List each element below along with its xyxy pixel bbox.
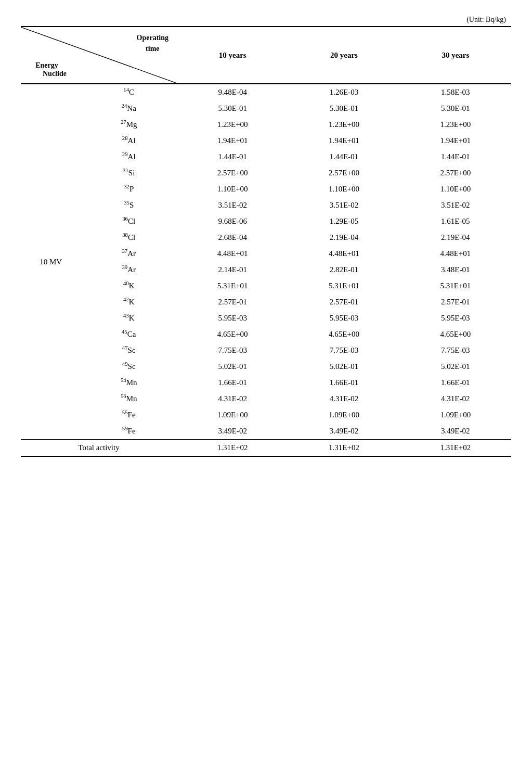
unit-label: (Unit: Bq/kg) [21, 16, 511, 24]
value-cell: 1.94E+01 [288, 133, 399, 149]
value-cell: 4.65E+00 [177, 326, 288, 342]
table-row: 40K5.31E+015.31E+015.31E+01 [21, 278, 511, 294]
value-cell: 4.31E-02 [288, 391, 399, 407]
value-cell: 2.57E-01 [177, 294, 288, 310]
value-cell: 9.68E-06 [177, 213, 288, 229]
value-cell: 1.10E+00 [177, 181, 288, 197]
value-cell: 2.57E+00 [400, 165, 511, 181]
table-row: 32P1.10E+001.10E+001.10E+00 [21, 181, 511, 197]
table-row: 55Fe1.09E+001.09E+001.09E+00 [21, 407, 511, 423]
value-cell: 2.57E+00 [288, 165, 399, 181]
nuclide-cell: 43K [81, 310, 177, 326]
nuclide-cell: 35S [81, 197, 177, 213]
value-cell: 4.48E+01 [400, 246, 511, 262]
value-cell: 2.14E-01 [177, 262, 288, 278]
value-cell: 5.02E-01 [177, 359, 288, 375]
table-row: 56Mn4.31E-024.31E-024.31E-02 [21, 391, 511, 407]
nuclide-cell: 31Si [81, 165, 177, 181]
value-cell: 2.57E-01 [288, 294, 399, 310]
table-row: 35S3.51E-023.51E-023.51E-02 [21, 197, 511, 213]
nuclide-cell: 38Cl [81, 229, 177, 246]
value-cell: 3.49E-02 [288, 423, 399, 440]
table-row: 31Si2.57E+002.57E+002.57E+00 [21, 165, 511, 181]
nuclide-cell: 56Mn [81, 391, 177, 407]
value-cell: 3.51E-02 [177, 197, 288, 213]
table-row: 37Ar4.48E+014.48E+014.48E+01 [21, 246, 511, 262]
value-cell: 5.30E-01 [177, 100, 288, 117]
nuclide-cell: 59Fe [81, 423, 177, 440]
value-cell: 4.48E+01 [177, 246, 288, 262]
table-row: 28Al1.94E+011.94E+011.94E+01 [21, 133, 511, 149]
nuclide-cell: 36Cl [81, 213, 177, 229]
table-row: 24Na5.30E-015.30E-015.30E-01 [21, 100, 511, 117]
value-cell: 2.82E-01 [288, 262, 399, 278]
value-cell: 4.31E-02 [400, 391, 511, 407]
nuclide-cell: 39Ar [81, 262, 177, 278]
value-cell: 3.48E-01 [400, 262, 511, 278]
nuclide-cell: 29Al [81, 149, 177, 165]
value-cell: 1.44E-01 [288, 149, 399, 165]
nuclide-cell: 28Al [81, 133, 177, 149]
value-cell: 4.48E+01 [288, 246, 399, 262]
table-row: 36Cl9.68E-061.29E-051.61E-05 [21, 213, 511, 229]
value-cell: 1.09E+00 [177, 407, 288, 423]
operating-time-header: Operatingtime [137, 32, 168, 54]
value-cell: 9.48E-04 [177, 84, 288, 100]
header-diagonal-cell: Operatingtime Energy Nuclide [21, 27, 177, 84]
value-cell: 5.31E+01 [177, 278, 288, 294]
total-value: 1.31E+02 [288, 440, 399, 457]
value-cell: 5.31E+01 [400, 278, 511, 294]
value-cell: 1.09E+00 [288, 407, 399, 423]
value-cell: 3.49E-02 [400, 423, 511, 440]
value-cell: 1.58E-03 [400, 84, 511, 100]
table-row: 10 MV14C9.48E-041.26E-031.58E-03 [21, 84, 511, 100]
value-cell: 5.95E-03 [288, 310, 399, 326]
value-cell: 1.10E+00 [400, 181, 511, 197]
value-cell: 5.02E-01 [288, 359, 399, 375]
value-cell: 2.19E-04 [288, 229, 399, 246]
value-cell: 3.51E-02 [288, 197, 399, 213]
table-row: 29Al1.44E-011.44E-011.44E-01 [21, 149, 511, 165]
value-cell: 5.30E-01 [400, 100, 511, 117]
total-value: 1.31E+02 [400, 440, 511, 457]
value-cell: 1.23E+00 [177, 117, 288, 133]
value-cell: 1.23E+00 [288, 117, 399, 133]
value-cell: 1.23E+00 [400, 117, 511, 133]
value-cell: 4.65E+00 [400, 326, 511, 342]
value-cell: 1.44E-01 [400, 149, 511, 165]
value-cell: 4.65E+00 [288, 326, 399, 342]
table-row: 43K5.95E-035.95E-035.95E-03 [21, 310, 511, 326]
value-cell: 2.57E-01 [400, 294, 511, 310]
table-row: 54Mn1.66E-011.66E-011.66E-01 [21, 375, 511, 391]
value-cell: 3.51E-02 [400, 197, 511, 213]
table-row: 42K2.57E-012.57E-012.57E-01 [21, 294, 511, 310]
nuclide-cell: 45Ca [81, 326, 177, 342]
nuclide-cell: 49Sc [81, 359, 177, 375]
value-cell: 4.31E-02 [177, 391, 288, 407]
nuclide-cell: 24Na [81, 100, 177, 117]
nuclide-cell: 55Fe [81, 407, 177, 423]
nuclide-cell: 42K [81, 294, 177, 310]
value-cell: 1.29E-05 [288, 213, 399, 229]
value-cell: 1.94E+01 [177, 133, 288, 149]
value-cell: 1.09E+00 [400, 407, 511, 423]
nuclide-cell: 40K [81, 278, 177, 294]
table-row: 47Sc7.75E-037.75E-037.75E-03 [21, 342, 511, 359]
header-col20: 20 years [288, 27, 399, 84]
table-row: 27Mg1.23E+001.23E+001.23E+00 [21, 117, 511, 133]
value-cell: 3.49E-02 [177, 423, 288, 440]
value-cell: 7.75E-03 [177, 342, 288, 359]
table-row: 38Cl2.68E-042.19E-042.19E-04 [21, 229, 511, 246]
table-row: 39Ar2.14E-012.82E-013.48E-01 [21, 262, 511, 278]
value-cell: 5.31E+01 [288, 278, 399, 294]
nuclide-cell: 14C [81, 84, 177, 100]
value-cell: 5.02E-01 [400, 359, 511, 375]
energy-nuclide-labels: Energy Nuclide [27, 61, 67, 78]
total-row: Total activity1.31E+021.31E+021.31E+02 [21, 440, 511, 457]
value-cell: 1.10E+00 [288, 181, 399, 197]
table-row: 49Sc5.02E-015.02E-015.02E-01 [21, 359, 511, 375]
nuclide-cell: 37Ar [81, 246, 177, 262]
total-label-cell: Total activity [21, 440, 177, 457]
header-col30: 30 years [400, 27, 511, 84]
value-cell: 2.19E-04 [400, 229, 511, 246]
